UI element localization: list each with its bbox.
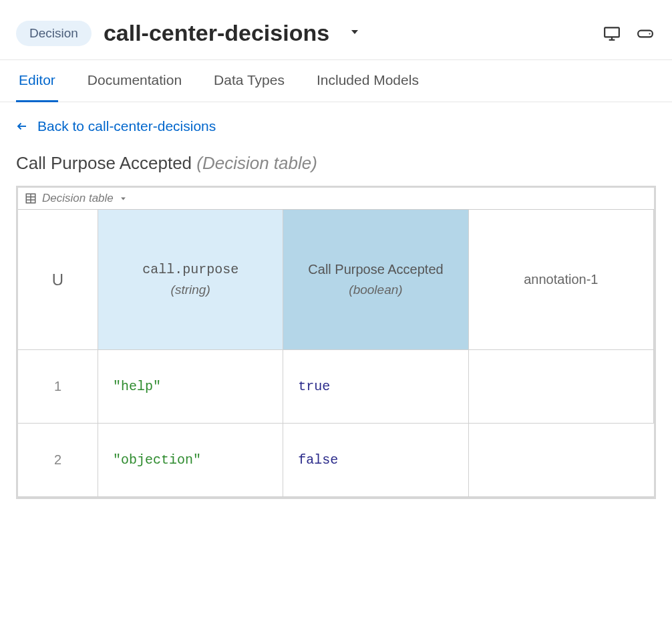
tab-included-models[interactable]: Included Models [314,60,422,102]
disk-icon [637,25,654,42]
row-index: 1 [18,350,98,424]
input-column-header[interactable]: call.purpose (string) [98,210,283,350]
caret-down-icon [349,27,360,37]
tabs: Editor Documentation Data Types Included… [0,59,672,102]
title-dropdown-caret[interactable] [349,27,360,40]
tab-data-types[interactable]: Data Types [211,60,287,102]
output-column-type: (boolean) [349,283,402,297]
monitor-icon [603,25,621,42]
section-title-text: Call Purpose Accepted [16,153,192,173]
cell-value: false [298,452,338,468]
display-icon-button[interactable] [601,23,623,44]
decision-table: U call.purpose (string) Call Purpose Acc… [18,210,654,497]
table-icon [25,192,37,204]
annotation-column-header[interactable]: annotation-1 [469,210,654,350]
decision-table-toolbar: Decision table [18,188,654,210]
output-cell[interactable]: false [283,424,468,497]
row-index: 2 [18,424,98,497]
svg-rect-0 [605,27,619,37]
caret-down-icon [120,195,127,202]
decision-table-container: Decision table U call.purpose (string) C… [16,186,656,499]
tab-editor[interactable]: Editor [16,60,58,102]
hit-policy-cell[interactable]: U [18,210,98,350]
output-column-name: Call Purpose Accepted [308,262,443,277]
svg-point-4 [649,33,650,34]
annotation-cell[interactable] [469,350,654,424]
input-cell[interactable]: "help" [98,350,283,424]
annotation-column-name: annotation-1 [524,272,598,287]
section-title: Call Purpose Accepted (Decision table) [16,153,656,174]
arrow-left-icon [16,120,28,132]
input-column-type: (string) [171,283,210,297]
section-subtitle: (Decision table) [196,153,317,173]
page-title: call-center-decisions [104,20,329,46]
annotation-cell[interactable] [469,424,654,497]
tab-documentation[interactable]: Documentation [85,60,184,102]
type-badge: Decision [16,21,92,46]
decision-table-type-label: Decision table [42,192,114,204]
input-cell[interactable]: "objection" [98,424,283,497]
back-link-label: Back to call-center-decisions [37,118,216,134]
output-column-header[interactable]: Call Purpose Accepted (boolean) [283,210,468,350]
back-link[interactable]: Back to call-center-decisions [16,118,656,134]
decision-table-type-selector[interactable]: Decision table [42,192,127,205]
header: Decision call-center-decisions [0,0,672,59]
input-column-name: call.purpose [142,262,238,277]
output-cell[interactable]: true [283,350,468,424]
cell-value: "help" [113,379,161,394]
cell-value: true [298,379,330,394]
storage-icon-button[interactable] [635,23,656,44]
content: Back to call-center-decisions Call Purpo… [0,102,672,515]
cell-value: "objection" [113,452,201,468]
